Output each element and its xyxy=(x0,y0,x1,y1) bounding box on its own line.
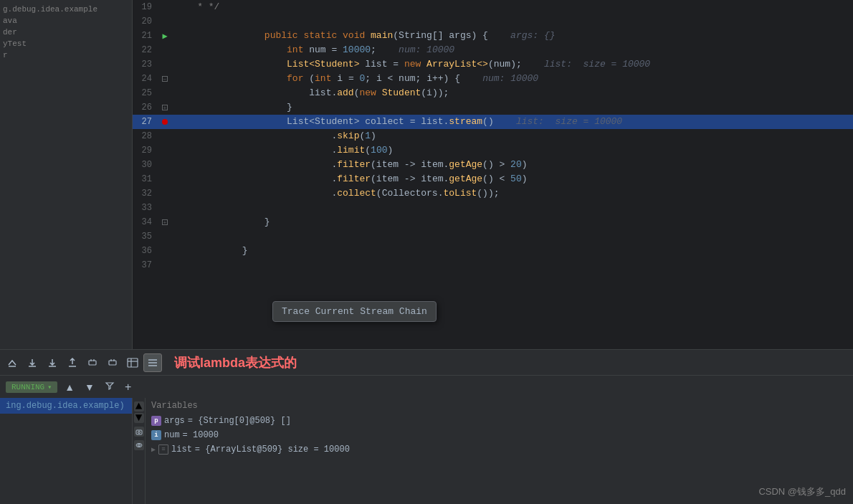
run-arrow-icon: ▶ xyxy=(162,31,167,42)
gutter-27 xyxy=(158,119,172,125)
svg-rect-10 xyxy=(128,358,138,367)
line-num-35: 35 xyxy=(133,232,158,242)
toolbar-btn-up[interactable] xyxy=(3,353,22,372)
line-num-28: 28 xyxy=(133,131,158,141)
var-name-list: list xyxy=(171,444,192,455)
var-icon-p-args: p xyxy=(151,416,161,426)
debug-content: ing.debug.idea.example) ▲ ▼ xyxy=(0,398,853,504)
line-num-29: 29 xyxy=(133,146,158,156)
debug-filter-btn[interactable] xyxy=(102,379,118,394)
line-num-37: 37 xyxy=(133,260,158,270)
fold-icon-26[interactable]: + xyxy=(162,105,168,110)
toolbar-btn-list-active[interactable] xyxy=(143,353,162,372)
toolbar-btn-upload[interactable] xyxy=(63,353,82,372)
variables-panel: Variables p args = {String[0]@508} [] i … xyxy=(146,398,853,504)
var-name-args: args xyxy=(164,416,185,426)
toolbar-btn-action1[interactable] xyxy=(83,353,102,372)
toolbar-btn-download1[interactable] xyxy=(23,353,42,372)
debug-running-badge[interactable]: RUNNING ▾ xyxy=(6,381,57,393)
debug-scroll-btns: ▲ ▼ xyxy=(133,398,146,504)
csdn-watermark: CSDN @钱多多_qdd xyxy=(758,485,846,498)
code-line-37: 37 xyxy=(133,258,853,272)
fold-icon-24[interactable]: − xyxy=(162,76,168,82)
code-content-19: * */ xyxy=(172,0,853,14)
svg-rect-4 xyxy=(89,361,96,365)
debug-panel: RUNNING ▾ ▲ ▼ + ing.debug.idea.example) xyxy=(0,375,853,504)
code-panel: 19 * */ 20 21 ▶ xyxy=(133,0,853,349)
debug-add-btn[interactable]: + xyxy=(122,379,134,395)
watermark-text: CSDN @钱多多_qdd xyxy=(758,486,846,497)
line-num-27: 27 xyxy=(133,117,158,127)
code-line-36: 36 } xyxy=(133,244,853,258)
var-row-args: p args = {String[0]@508} [] xyxy=(151,414,847,428)
sidebar-item-2[interactable]: ava xyxy=(0,15,132,27)
var-val-num: = 10000 xyxy=(183,430,219,440)
breakpoint-icon-27 xyxy=(162,119,168,125)
debug-sidebar: ing.debug.idea.example) xyxy=(0,398,133,504)
code-lines: 19 * */ 20 21 ▶ xyxy=(133,0,853,272)
var-val-args: = {String[0]@508} [] xyxy=(188,416,291,426)
line-num-22: 22 xyxy=(133,45,158,55)
toolbar-btn-action2[interactable] xyxy=(103,353,122,372)
line-num-23: 23 xyxy=(133,60,158,70)
line-num-21: 21 xyxy=(133,31,158,41)
scroll-eye-btn[interactable] xyxy=(134,440,144,450)
fold-icon-34[interactable]: + xyxy=(162,219,168,225)
var-icon-i-num: i xyxy=(151,430,161,440)
var-name-num: num xyxy=(164,430,180,440)
line-num-20: 20 xyxy=(133,16,158,27)
line-num-19: 19 xyxy=(133,2,158,12)
svg-rect-7 xyxy=(109,361,116,365)
main-container: g.debug.idea.example ava der yTest r 19 … xyxy=(0,0,853,504)
var-row-num: i num = 10000 xyxy=(151,428,847,442)
tooltip-text: Trace Current Stream Chain xyxy=(282,306,427,317)
var-icon-list: ≡ xyxy=(158,444,168,455)
line-num-24: 24 xyxy=(133,74,158,84)
code-line-32: 32 .collect(Collectors.toList()); xyxy=(133,186,853,201)
debug-nav-down[interactable]: ▼ xyxy=(82,380,97,394)
line-num-30: 30 xyxy=(133,160,158,170)
code-line-34: 34 + } xyxy=(133,215,853,229)
variables-label: Variables xyxy=(151,401,847,411)
line-num-25: 25 xyxy=(133,88,158,98)
thread-label: ing.debug.idea.example) xyxy=(6,401,125,411)
annotation-text: 调试lambda表达式的 xyxy=(174,354,297,371)
line-num-31: 31 xyxy=(133,174,158,184)
gutter-26: + xyxy=(158,105,172,110)
bottom-toolbar: 调试lambda表达式的 xyxy=(0,349,853,375)
var-expand-list[interactable]: ▶ xyxy=(151,445,156,454)
gutter-24: − xyxy=(158,76,172,82)
trace-stream-tooltip[interactable]: Trace Current Stream Chain xyxy=(272,301,437,322)
toolbar-btn-table[interactable] xyxy=(123,353,142,372)
var-row-list: ▶ ≡ list = {ArrayList@509} size = 10000 xyxy=(151,442,847,457)
sidebar-item-5[interactable]: r xyxy=(0,49,132,61)
toolbar-btn-download2[interactable] xyxy=(43,353,62,372)
gutter-21: ▶ xyxy=(158,31,172,42)
left-sidebar: g.debug.idea.example ava der yTest r xyxy=(0,0,133,349)
gutter-34: + xyxy=(158,219,172,225)
running-dropdown-icon: ▾ xyxy=(47,383,52,391)
var-val-list: = {ArrayList@509} size = 10000 xyxy=(195,444,350,455)
debug-header: RUNNING ▾ ▲ ▼ + xyxy=(0,375,853,398)
line-num-34: 34 xyxy=(133,217,158,227)
debug-thread-item[interactable]: ing.debug.idea.example) xyxy=(0,398,132,414)
running-label: RUNNING xyxy=(11,383,44,391)
svg-point-17 xyxy=(138,432,140,434)
line-num-26: 26 xyxy=(133,103,158,113)
svg-rect-16 xyxy=(136,430,142,434)
sidebar-item-1[interactable]: g.debug.idea.example xyxy=(0,4,132,15)
editor-area: g.debug.idea.example ava der yTest r 19 … xyxy=(0,0,853,349)
line-num-33: 33 xyxy=(133,203,158,213)
code-line-19: 19 * */ xyxy=(133,0,853,14)
debug-nav-up[interactable]: ▲ xyxy=(62,380,77,394)
svg-point-19 xyxy=(138,444,140,447)
scroll-down-btn[interactable]: ▼ xyxy=(134,413,144,423)
sidebar-item-4[interactable]: yTest xyxy=(0,38,132,49)
scroll-up-btn[interactable]: ▲ xyxy=(134,401,144,412)
scroll-camera-btn[interactable] xyxy=(134,427,144,437)
line-num-32: 32 xyxy=(133,189,158,199)
sidebar-item-3[interactable]: der xyxy=(0,27,132,38)
line-num-36: 36 xyxy=(133,246,158,256)
